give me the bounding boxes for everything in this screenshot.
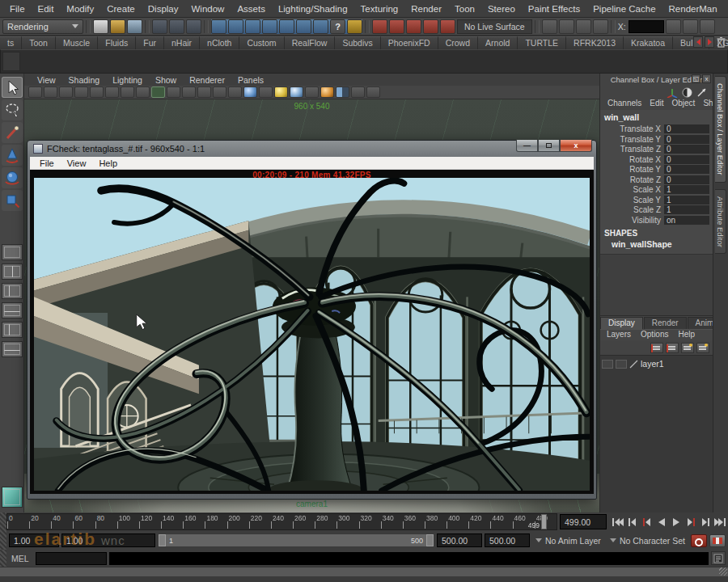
step-forward-frame-icon[interactable] <box>684 515 697 529</box>
range-bar[interactable]: 1 500 <box>166 534 426 546</box>
menu-item[interactable]: RenderMan <box>662 0 724 17</box>
shelf-tab[interactable]: Muscle <box>56 36 98 49</box>
channel-name[interactable]: Translate Y <box>603 135 664 144</box>
tool-settings-toggle-icon[interactable] <box>683 19 698 34</box>
resolution-gate-icon[interactable] <box>151 86 165 98</box>
camera-attributes-icon[interactable] <box>59 86 73 98</box>
lock-selection-icon[interactable] <box>347 19 362 34</box>
menu-set-dropdown[interactable]: Rendering <box>2 19 83 34</box>
dock-icon[interactable]: ◱ <box>692 74 700 83</box>
snap-projected-center-icon[interactable] <box>279 19 294 34</box>
axes-icon[interactable] <box>667 87 678 98</box>
script-editor-icon[interactable] <box>711 551 726 565</box>
character-set-dropdown[interactable]: No Character Set <box>607 536 688 546</box>
channel-name[interactable]: Translate Z <box>603 145 664 154</box>
play-forwards-icon[interactable] <box>669 515 683 529</box>
panel-menu-item[interactable]: Shading <box>62 75 107 85</box>
layer-editor-tab[interactable]: Render <box>644 317 687 329</box>
gate-mask-icon[interactable] <box>167 86 180 98</box>
shelf-popup-button[interactable] <box>2 52 20 71</box>
animation-end-field[interactable]: 500.00 <box>485 534 530 547</box>
persp-graph-layout-button[interactable] <box>2 341 23 357</box>
panel-menu-item[interactable]: View <box>31 75 62 85</box>
channel-value[interactable]: 0 <box>664 155 709 164</box>
playback-start-field[interactable]: 1.00 <box>61 534 155 547</box>
panel-menu-item[interactable]: Show <box>149 75 183 85</box>
speed-toggle-icon[interactable] <box>682 87 692 98</box>
play-backwards-icon[interactable] <box>654 515 668 529</box>
command-input[interactable] <box>36 552 107 565</box>
anim-layer-dropdown[interactable]: No Anim Layer <box>532 536 604 546</box>
menu-item[interactable]: Create <box>100 0 142 17</box>
menu-item[interactable]: File <box>3 0 32 17</box>
live-surface-field[interactable]: No Live Surface <box>457 19 532 34</box>
new-scene-icon[interactable] <box>93 19 108 34</box>
channel-value[interactable]: 1 <box>664 185 709 194</box>
step-forward-key-icon[interactable] <box>698 515 712 529</box>
fcheck-menu-item[interactable]: View <box>61 158 93 168</box>
command-line-mode-label[interactable]: MEL <box>6 554 36 563</box>
scale-tool-icon[interactable] <box>2 190 23 211</box>
three-pane-layout-button[interactable] <box>2 302 23 318</box>
channel-box-menu-item[interactable]: Object <box>668 99 700 110</box>
snap-object-center-icon[interactable] <box>313 19 328 34</box>
safe-title-icon[interactable] <box>213 86 226 98</box>
fcheck-title-bar[interactable]: FCheck: tentaglass_#.tif - 960x540 - 1:1… <box>30 141 594 157</box>
tab-attribute-editor[interactable]: Attribute Editor <box>715 189 726 255</box>
shelf-tab[interactable]: Crowd <box>438 36 478 49</box>
snap-point-icon[interactable] <box>262 19 277 34</box>
ao-icon[interactable] <box>305 86 319 98</box>
input-connections-icon[interactable] <box>372 19 387 34</box>
shelf-tab[interactable]: nCloth <box>200 36 239 49</box>
lasso-tool-icon[interactable] <box>2 99 23 120</box>
range-start-handle[interactable] <box>159 534 166 546</box>
panel-menu-item[interactable]: Renderer <box>183 75 231 85</box>
command-output[interactable] <box>109 552 709 565</box>
lock-camera-icon[interactable] <box>44 86 57 98</box>
shape-node-name[interactable]: win_wallShape <box>603 238 709 251</box>
move-tool-icon[interactable] <box>2 145 23 166</box>
manipulator-icon[interactable] <box>696 87 708 98</box>
shelf-tab[interactable]: PhoenixFD <box>381 36 438 49</box>
shelf-tab[interactable]: Subdivs <box>335 36 380 49</box>
time-slider-ticks[interactable]: 0 20 40 60 80 <box>6 513 557 530</box>
maximize-icon[interactable] <box>538 140 560 152</box>
menu-item[interactable]: Stereo <box>481 0 522 17</box>
layer-editor-menu-item[interactable]: Layers <box>602 330 636 340</box>
image-plane-icon[interactable] <box>90 86 104 98</box>
go-to-end-icon[interactable] <box>713 515 726 529</box>
layer-visibility-checkbox[interactable] <box>602 360 613 369</box>
channel-name[interactable]: Rotate Z <box>603 175 664 184</box>
separator[interactable] <box>611 20 616 33</box>
live-surface-magnet-icon[interactable] <box>440 19 455 34</box>
2d-pan-zoom-icon[interactable] <box>105 86 119 98</box>
motion-blur-icon[interactable] <box>320 86 334 98</box>
fcheck-window[interactable]: FCheck: tentaglass_#.tif - 960x540 - 1:1… <box>27 140 597 500</box>
menu-item[interactable]: Window <box>184 0 231 17</box>
current-time-indicator[interactable] <box>541 514 547 529</box>
channel-name[interactable]: Scale Z <box>603 205 664 214</box>
menu-item[interactable]: Toon <box>448 0 481 17</box>
separator[interactable] <box>204 20 209 33</box>
channel-name[interactable]: Translate X <box>603 124 664 133</box>
plugin-shapes-icon[interactable] <box>366 86 380 98</box>
channel-value[interactable]: 1 <box>664 205 709 214</box>
command-line-grip[interactable] <box>0 550 6 567</box>
snap-view-plane-icon[interactable] <box>296 19 311 34</box>
channel-name[interactable]: Scale X <box>603 185 664 194</box>
shadows-icon[interactable] <box>290 86 303 98</box>
channel-name[interactable]: Visibility <box>603 216 664 225</box>
current-frame-field[interactable]: 499.00 <box>560 514 607 529</box>
grease-pencil-icon[interactable] <box>121 86 134 98</box>
render-current-frame-icon[interactable] <box>542 19 557 34</box>
resize-grip[interactable] <box>719 567 727 576</box>
paint-select-tool-icon[interactable] <box>2 122 23 143</box>
safe-action-icon[interactable] <box>197 86 211 98</box>
channel-box-menu-item[interactable]: Channels <box>603 99 645 110</box>
quick-select-input[interactable] <box>629 20 664 33</box>
channel-value[interactable]: 0 <box>664 145 709 154</box>
film-gate-icon[interactable] <box>136 86 150 98</box>
menu-item[interactable]: Modify <box>60 0 100 17</box>
shaded-icon[interactable] <box>243 86 257 98</box>
menu-item[interactable]: Lighting/Shading <box>272 0 354 17</box>
